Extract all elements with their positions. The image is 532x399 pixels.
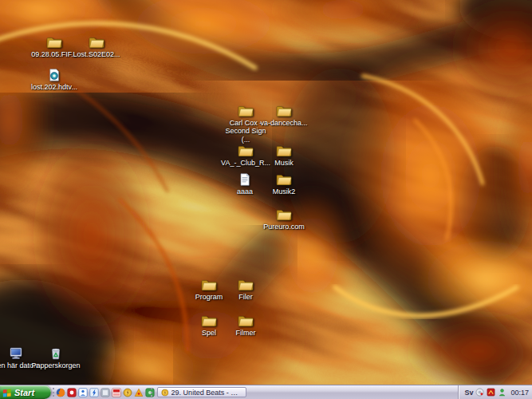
desktop-icon-recycle-bin[interactable]: Papperskorgen (30, 347, 81, 369)
desktop-icon-folder[interactable]: va-dancecha... (258, 105, 309, 127)
desktop-icon-folder[interactable]: Lost.S02E02... (71, 36, 122, 58)
folder-icon (201, 279, 217, 291)
taskbar: Start (0, 385, 532, 399)
desktop-icon-label: Program (195, 293, 223, 301)
start-button-label: Start (14, 388, 34, 397)
quick-launch-bar (56, 387, 155, 397)
folder-icon (276, 144, 292, 157)
tray-disc-emulator-icon[interactable] (475, 388, 484, 397)
folder-icon (238, 144, 254, 157)
folder-icon (238, 314, 254, 327)
start-button[interactable]: Start (0, 385, 51, 399)
desktop-screen: 09.28.05.FIF... Lost.S02E02... lost.202.… (0, 0, 532, 399)
desktop-icon-label: Pureuro.com (263, 223, 305, 231)
desktop-icon-folder[interactable]: Pureuro.com (258, 208, 309, 231)
desktop-icon-media-file[interactable]: lost.202.hdtv... (29, 69, 80, 91)
folder-icon (238, 279, 254, 291)
desktop-icon-label: Musik (274, 159, 294, 167)
system-tray: Sv 00:17 (458, 385, 532, 399)
desktop-icon-label: Lost.S02E02... (73, 50, 120, 58)
tray-messenger-contact-icon[interactable] (498, 388, 506, 397)
folder-icon (238, 105, 254, 117)
desktop-icon-label: Filmer (236, 329, 256, 337)
folder-icon (89, 36, 104, 49)
quicklaunch-media-player-red-icon[interactable] (67, 388, 77, 397)
taskband-handle[interactable] (151, 388, 155, 397)
quicklaunch-p2p-bird-icon[interactable] (134, 388, 144, 397)
desktop-icon-label: Papperskorgen (31, 361, 80, 369)
desktop-icon-folder[interactable]: Filer (220, 279, 271, 301)
folder-icon (276, 173, 292, 186)
desktop-icon-label: lost.202.hdtv... (31, 83, 77, 91)
folder-icon (201, 314, 217, 327)
language-indicator[interactable]: Sv (464, 389, 473, 397)
winamp-icon (161, 389, 169, 397)
quicklaunch-messenger-icon[interactable] (78, 388, 88, 397)
task-button-winamp[interactable]: 29. United Beats - Po... (157, 387, 246, 397)
tray-media-red-icon[interactable] (487, 388, 495, 397)
quicklaunch-torrent-icon[interactable] (89, 388, 99, 397)
desktop-icon-label: Spel (202, 329, 216, 337)
media-file-icon (48, 69, 61, 81)
desktop-icon-folder[interactable]: Musik2 (258, 173, 309, 196)
recycle-bin-icon (49, 347, 62, 360)
desktop-icon-label: va-dancecha... (260, 119, 307, 127)
quicklaunch-grey-app-icon[interactable] (100, 388, 110, 397)
folder-icon (46, 36, 62, 49)
folder-icon (276, 208, 292, 221)
clock[interactable]: 00:17 (510, 389, 529, 397)
quicklaunch-browser-icon[interactable] (56, 388, 65, 397)
desktop-icon-label: Musik2 (273, 188, 296, 196)
desktop-icon-label: Filer (238, 293, 253, 301)
text-file-icon (238, 173, 251, 186)
desktop-icon-folder[interactable]: Filmer (220, 314, 271, 337)
quicklaunch-media-red-white-icon[interactable] (112, 388, 121, 397)
desktop-icon-label: aaaa (237, 188, 253, 196)
windows-logo-icon (2, 388, 12, 397)
folder-icon (276, 105, 292, 117)
task-button-label: 29. United Beats - Po... (171, 389, 242, 397)
desktop-icon-folder[interactable]: Musik (258, 144, 309, 167)
my-computer-icon (9, 347, 23, 360)
quicklaunch-winamp-icon[interactable] (123, 388, 132, 397)
